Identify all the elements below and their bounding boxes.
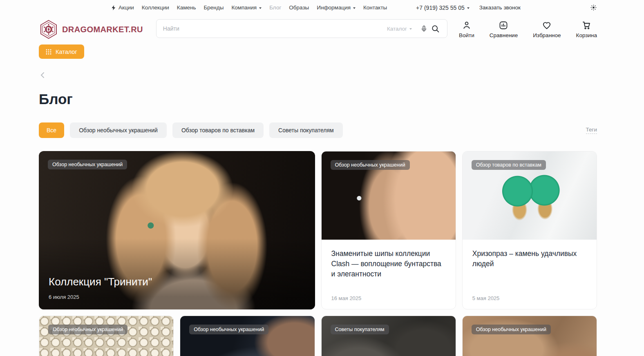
category-badge: Обзор необычных украшений [472, 325, 551, 334]
nav-item-looks[interactable]: Образы [289, 4, 309, 11]
blog-card-image: Обзор необычных украшений [463, 316, 597, 356]
filter-unusual-jewelry[interactable]: Обзор необычных украшений [70, 122, 167, 138]
login-button[interactable]: Войти [459, 20, 474, 38]
heart-icon [542, 20, 552, 30]
search-category-dropdown[interactable]: Каталог [387, 26, 412, 32]
blog-card-rocks[interactable]: Обзор необычных украшений [462, 316, 597, 356]
blog-card-image: Советы покупателям [322, 316, 456, 356]
category-badge: Обзор необычных украшений [48, 160, 127, 169]
chevron-down-icon [467, 7, 470, 9]
nav-item-promotions[interactable]: Акции [111, 4, 134, 11]
blog-card-date: 16 мая 2025 [331, 295, 446, 301]
blog-card-title: Знаменитые шипы коллекции Clash — воплощ… [331, 249, 446, 279]
microphone-icon [420, 25, 428, 33]
catalog-row: Каталог [0, 39, 644, 59]
nav-item-contacts[interactable]: Контакты [363, 4, 387, 11]
filter-buyer-tips[interactable]: Советы покупателям [269, 122, 343, 138]
nav-item-blog-current[interactable]: Блог [269, 4, 281, 11]
blog-card-date: 5 мая 2025 [472, 295, 587, 301]
lightning-icon [111, 5, 116, 11]
theme-toggle-sun-icon[interactable] [590, 4, 597, 11]
header-actions: Войти Сравнение Избранное Корзина [459, 19, 597, 38]
blog-card-body: Хризопраз – камень удачливых людей 5 мая… [463, 240, 597, 309]
svg-text:D: D [47, 26, 51, 33]
blog-card-image: Обзор товаров по вставкам [463, 151, 597, 240]
header: D DRAGOMARKET.RU Каталог [0, 15, 644, 39]
chevron-down-icon [409, 28, 412, 30]
page-title: Блог [0, 81, 644, 107]
back-button[interactable] [39, 71, 47, 79]
blog-card-title: Хризопраз – камень удачливых людей [472, 249, 587, 269]
user-icon [462, 20, 472, 30]
category-badge: Обзор необычных украшений [48, 325, 127, 334]
blog-card-body: Знаменитые шипы коллекции Clash — воплощ… [322, 240, 456, 309]
nav-item-label: Акции [119, 4, 134, 11]
category-badge: Обзор необычных украшений [189, 325, 268, 334]
compare-button[interactable]: Сравнение [490, 20, 518, 38]
blog-card-watch[interactable]: Обзор необычных украшений [180, 316, 315, 356]
favorites-button[interactable]: Избранное [533, 20, 561, 38]
cart-icon [581, 20, 591, 30]
category-badge: Обзор товаров по вставкам [472, 160, 546, 170]
category-badge: Обзор необычных украшений [331, 160, 410, 170]
filter-all[interactable]: Все [39, 122, 64, 138]
nav-item-information[interactable]: Информация [317, 4, 356, 11]
blog-card-image: Обзор необычных украшений [180, 316, 314, 356]
tags-link[interactable]: Теги [586, 127, 597, 134]
logo-emblem-icon: D [39, 20, 58, 39]
site-logo[interactable]: D DRAGOMARKET.RU [39, 20, 143, 39]
logo-text: DRAGOMARKET.RU [62, 25, 143, 34]
blog-card-image: Обзор необычных украшений [39, 316, 173, 356]
topbar-right: +7 (919) 325 55 05 Заказать звонок [416, 4, 597, 11]
top-navigation: Акции Коллекции Камень Бренды Компания Б… [111, 4, 387, 11]
blog-card-image: Обзор необычных украшений Коллекция "Три… [39, 151, 315, 309]
filter-by-inserts[interactable]: Обзор товаров по вставкам [172, 122, 264, 138]
search-bar: Каталог [156, 19, 447, 38]
blog-filters: Все Обзор необычных украшений Обзор това… [39, 122, 597, 138]
blog-card-image: Обзор необычных украшений [322, 151, 456, 240]
chevron-down-icon [353, 7, 356, 9]
back-row [0, 59, 644, 81]
request-call-link[interactable]: Заказать звонок [479, 4, 521, 11]
search-icon [431, 24, 440, 33]
blog-card-title: Коллекция "Тринити" [49, 276, 152, 288]
catalog-button[interactable]: Каталог [39, 44, 84, 59]
search-input[interactable] [163, 25, 387, 32]
blog-card-date: 6 июля 2025 [49, 294, 79, 300]
nav-item-collections[interactable]: Коллекции [142, 4, 169, 11]
blog-card-chrysoprase[interactable]: Обзор товаров по вставкам Хризопраз – ка… [462, 151, 597, 309]
chevron-left-icon [39, 71, 47, 79]
blog-card-tips[interactable]: Советы покупателям [321, 316, 456, 356]
chevron-down-icon [259, 7, 262, 9]
blog-grid: Обзор необычных украшений Коллекция "Три… [39, 151, 597, 356]
voice-search-button[interactable] [418, 23, 429, 34]
category-badge: Советы покупателям [331, 325, 389, 334]
topbar: Акции Коллекции Камень Бренды Компания Б… [0, 0, 644, 15]
blog-card-pearls[interactable]: Обзор необычных украшений [39, 316, 174, 356]
blog-card-trinity[interactable]: Обзор необычных украшений Коллекция "Три… [39, 151, 315, 309]
nav-item-company[interactable]: Компания [231, 4, 262, 11]
nav-item-stone[interactable]: Камень [177, 4, 196, 11]
grid-dots-icon [46, 49, 51, 55]
search-submit-button[interactable] [429, 23, 441, 35]
blog-card-clash[interactable]: Обзор необычных украшений Знаменитые шип… [321, 151, 456, 309]
nav-item-brands[interactable]: Бренды [203, 4, 224, 11]
compare-chart-icon [499, 20, 508, 30]
phone-number-dropdown[interactable]: +7 (919) 325 55 05 [416, 4, 470, 11]
cart-button[interactable]: Корзина [576, 20, 597, 38]
